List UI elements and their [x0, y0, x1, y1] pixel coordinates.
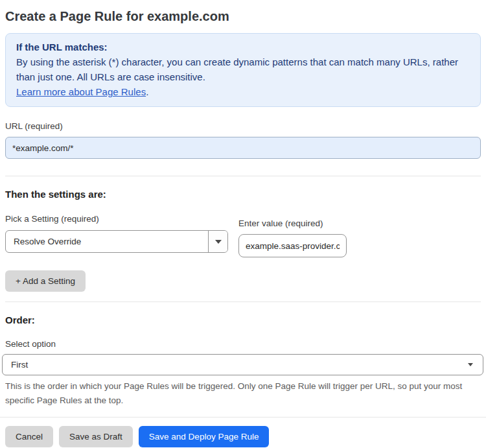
setting-value-column: Enter value (required): [238, 217, 347, 257]
create-page-rule-form: Create a Page Rule for example.com If th…: [0, 8, 486, 447]
save-as-draft-button[interactable]: Save as Draft: [59, 426, 133, 447]
footer-divider: [0, 417, 486, 418]
setting-select-value: Resolve Override: [6, 237, 208, 246]
url-field-label: URL (required): [5, 120, 481, 133]
cancel-button[interactable]: Cancel: [5, 426, 53, 447]
info-box-link-line: Learn more about Page Rules.: [16, 84, 470, 99]
chevron-down-icon: [215, 240, 222, 244]
url-input[interactable]: [5, 137, 481, 159]
setting-select[interactable]: Resolve Override: [5, 230, 228, 253]
section-divider: [5, 176, 481, 176]
learn-more-page-rules-link[interactable]: Learn more about Page Rules: [16, 86, 146, 97]
order-select[interactable]: First: [2, 354, 483, 375]
page-title: Create a Page Rule for example.com: [5, 8, 481, 24]
order-select-value: First: [3, 360, 468, 370]
order-section-heading: Order:: [5, 314, 481, 327]
setting-picker-column: Pick a Setting (required) Resolve Overri…: [5, 213, 228, 253]
link-suffix-period: .: [146, 86, 148, 97]
setting-select-label: Pick a Setting (required): [5, 213, 228, 226]
order-helper-text: This is the order in which your Page Rul…: [5, 379, 473, 408]
info-box-body: By using the asterisk (*) character, you…: [16, 54, 470, 84]
chevron-down-icon: [468, 363, 473, 366]
url-match-info-box: If the URL matches: By using the asteris…: [5, 33, 481, 107]
setting-value-input[interactable]: [238, 234, 347, 257]
settings-row: Pick a Setting (required) Resolve Overri…: [5, 213, 481, 257]
order-select-label: Select option: [5, 338, 481, 351]
add-setting-button[interactable]: + Add a Setting: [5, 270, 86, 292]
setting-select-arrow-button[interactable]: [208, 231, 227, 252]
info-box-heading: If the URL matches:: [16, 40, 470, 54]
footer-actions: Cancel Save as Draft Save and Deploy Pag…: [5, 426, 481, 447]
value-field-label: Enter value (required): [238, 217, 347, 230]
section-divider: [5, 301, 481, 302]
settings-section-heading: Then the settings are:: [5, 188, 481, 201]
save-and-deploy-button[interactable]: Save and Deploy Page Rule: [139, 426, 270, 447]
